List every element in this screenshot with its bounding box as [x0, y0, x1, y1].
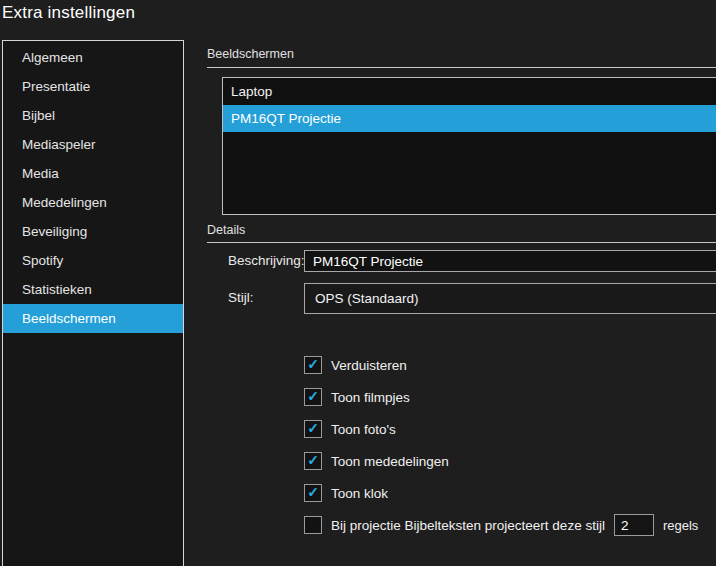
toon-klok-checkbox[interactable]: ✓: [304, 484, 322, 502]
screens-group-divider: [207, 67, 716, 68]
toon-mededelingen-checkbox[interactable]: ✓: [304, 452, 322, 470]
stijl-label: Stijl:: [228, 290, 254, 305]
toon-filmpjes-row: ✓ Toon filmpjes: [304, 388, 410, 406]
toon-mededelingen-label: Toon mededelingen: [331, 454, 449, 469]
sidebar-item-beeldschermen[interactable]: Beeldschermen: [3, 304, 183, 333]
toon-fotos-checkbox[interactable]: ✓: [304, 420, 322, 438]
screen-list-item-laptop[interactable]: Laptop: [223, 78, 716, 105]
verduisteren-checkbox[interactable]: ✓: [304, 356, 322, 374]
check-icon: ✓: [307, 421, 319, 435]
extra-settings-dialog: Extra instellingen Algemeen Presentatie …: [0, 0, 716, 566]
stijl-dropdown[interactable]: OPS (Standaard): [304, 283, 716, 314]
sidebar-item-mediaspeler[interactable]: Mediaspeler: [3, 130, 183, 159]
verduisteren-row: ✓ Verduisteren: [304, 356, 407, 374]
page-title: Extra instellingen: [2, 3, 135, 23]
sidebar-item-mededelingen[interactable]: Mededelingen: [3, 188, 183, 217]
toon-filmpjes-label: Toon filmpjes: [331, 390, 410, 405]
details-group-header: Details: [207, 223, 245, 237]
check-icon: ✓: [307, 485, 319, 499]
screens-group-header: Beeldschermen: [207, 47, 294, 61]
bijbelteksten-regels-input[interactable]: [614, 514, 654, 536]
sidebar-item-media[interactable]: Media: [3, 159, 183, 188]
beschrijving-input[interactable]: [304, 250, 716, 272]
toon-klok-row: ✓ Toon klok: [304, 484, 388, 502]
sidebar-item-spotify[interactable]: Spotify: [3, 246, 183, 275]
check-icon: ✓: [307, 453, 319, 467]
settings-category-sidebar: Algemeen Presentatie Bijbel Mediaspeler …: [2, 40, 184, 566]
check-icon: ✓: [307, 357, 319, 371]
bijbelteksten-label: Bij projectie Bijbelteksten projecteert …: [331, 518, 605, 533]
sidebar-item-beveiliging[interactable]: Beveiliging: [3, 217, 183, 246]
toon-klok-label: Toon klok: [331, 486, 388, 501]
bijbelteksten-row: Bij projectie Bijbelteksten projecteert …: [304, 514, 698, 536]
regels-suffix-label: regels: [663, 518, 698, 533]
details-group-divider: [207, 242, 716, 243]
check-icon: ✓: [307, 389, 319, 403]
sidebar-item-bijbel[interactable]: Bijbel: [3, 101, 183, 130]
bijbelteksten-checkbox[interactable]: [304, 516, 322, 534]
beschrijving-label: Beschrijving:: [228, 253, 305, 268]
stijl-dropdown-value: OPS (Standaard): [315, 291, 419, 306]
sidebar-item-statistieken[interactable]: Statistieken: [3, 275, 183, 304]
toon-filmpjes-checkbox[interactable]: ✓: [304, 388, 322, 406]
toon-mededelingen-row: ✓ Toon mededelingen: [304, 452, 449, 470]
screen-list-item-pm16qt[interactable]: PM16QT Projectie: [223, 105, 716, 132]
toon-fotos-row: ✓ Toon foto's: [304, 420, 396, 438]
sidebar-item-presentatie[interactable]: Presentatie: [3, 72, 183, 101]
sidebar-item-algemeen[interactable]: Algemeen: [3, 43, 183, 72]
toon-fotos-label: Toon foto's: [331, 422, 396, 437]
verduisteren-label: Verduisteren: [331, 358, 407, 373]
screens-list: Laptop PM16QT Projectie: [222, 77, 716, 215]
